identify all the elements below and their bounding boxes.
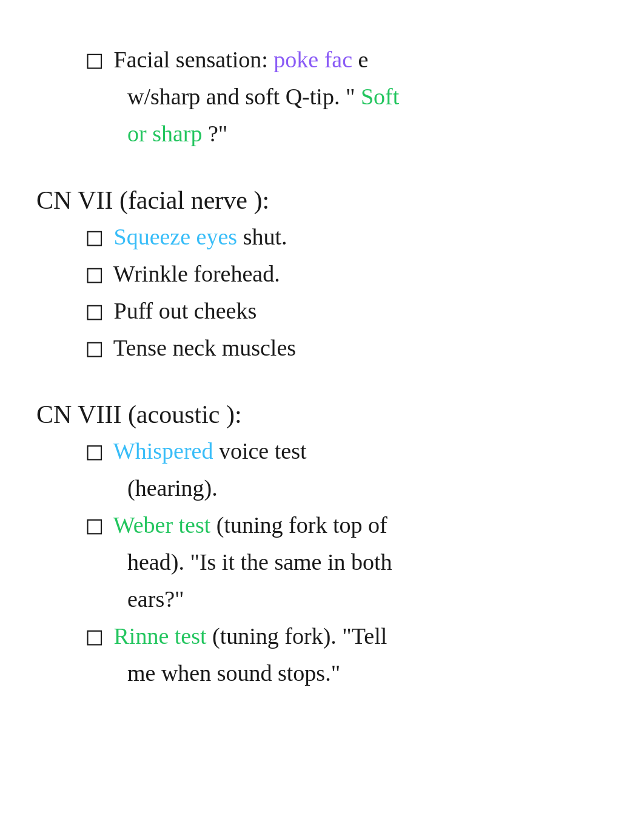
cn8-item-rinne: ◻ Rinne test (tuning fork). "Tell (85, 619, 608, 654)
section-cn8: CN VIII (acoustic ): ◻ Whispered voice t… (36, 396, 608, 691)
cn8-item-weber-line2: head). "Is it the same in both (127, 545, 608, 580)
main-content: ◻ Facial sensation: poke fac e w/sharp a… (36, 24, 608, 691)
shut-text: shut. (237, 224, 287, 249)
facial-sensation-line2: w/sharp and soft Q-tip. " Soft (127, 79, 608, 114)
soft-text: Soft (361, 84, 399, 109)
section-cn7: CN VII (facial nerve ): ◻ Squeeze eyes s… (36, 181, 608, 365)
bullet-icon-4: ◻ (85, 298, 104, 323)
cn8-item-rinne-line2: me when sound stops." (127, 656, 608, 691)
bullet-icon-8: ◻ (85, 623, 104, 649)
squeeze-eyes-text: Squeeze eyes (114, 224, 238, 249)
bullet-icon-6: ◻ (85, 438, 104, 464)
bullet-icon-5: ◻ (85, 335, 104, 360)
rinne-line2-text: me when sound stops." (127, 660, 340, 686)
wsharp-text: w/sharp and soft Q-tip. " (127, 84, 361, 109)
poke-fac-text: poke fac (273, 47, 352, 72)
cn8-heading: CN VIII (acoustic ): (36, 401, 242, 428)
cn8-item-whispered: ◻ Whispered voice test (85, 434, 608, 468)
puff-text: Puff out cheeks (114, 298, 257, 323)
tense-text: Tense neck muscles (113, 335, 296, 360)
whispered-text: Whispered (113, 438, 213, 464)
question-text: ?" (202, 121, 227, 146)
weber-line2-text: head). "Is it the same in both (127, 549, 392, 575)
weber-text: Weber test (113, 512, 210, 538)
or-sharp-text: or sharp (127, 121, 202, 146)
facial-sensation-line3: or sharp ?" (127, 117, 608, 151)
bullet-icon-3: ◻ (85, 261, 104, 286)
section-facial-sensation: ◻ Facial sensation: poke fac e w/sharp a… (36, 42, 608, 151)
cn8-item-weber: ◻ Weber test (tuning fork top of (85, 508, 608, 543)
bullet-icon-7: ◻ (85, 512, 104, 538)
facial-sensation-text1: Facial sensation: (114, 47, 274, 72)
cn8-item-weber-line3: ears?" (127, 582, 608, 617)
cn7-item-puff: ◻ Puff out cheeks (85, 294, 608, 328)
weber-desc-text: (tuning fork top of (210, 512, 387, 538)
rinne-desc-text: (tuning fork). "Tell (207, 623, 387, 649)
bullet-icon-2: ◻ (85, 224, 104, 249)
cn7-item-tense: ◻ Tense neck muscles (85, 331, 608, 365)
hearing-text: (hearing). (127, 475, 218, 501)
cn8-item-hearing: (hearing). (127, 471, 608, 505)
weber-line3-text: ears?" (127, 586, 184, 612)
cn7-item-wrinkle: ◻ Wrinkle forehead. (85, 257, 608, 291)
facial-sensation-text2: e (352, 47, 368, 72)
wrinkle-text: Wrinkle forehead. (113, 261, 280, 286)
rinne-text: Rinne test (114, 623, 207, 649)
cn7-heading: CN VII (facial nerve ): (36, 186, 269, 214)
bullet-icon: ◻ (85, 47, 104, 72)
voice-test-text: voice test (213, 438, 306, 464)
cn7-item-squeeze: ◻ Squeeze eyes shut. (85, 220, 608, 254)
facial-sensation-item: ◻ Facial sensation: poke fac e (85, 42, 608, 77)
